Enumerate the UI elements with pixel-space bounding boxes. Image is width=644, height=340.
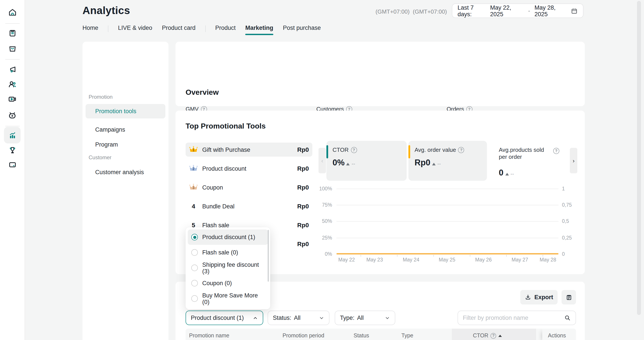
y-axis-right-label: 0,75 — [562, 202, 572, 208]
help-icon[interactable]: ? — [553, 148, 559, 154]
x-axis-label: May 23 — [362, 257, 388, 262]
promotion-search — [458, 310, 576, 325]
x-axis-label: May 26 — [470, 257, 496, 262]
analytics-icon-selected[interactable] — [4, 127, 20, 144]
date-range-picker[interactable]: Last 7 days: May 22, 2025 - May 28, 2025 — [452, 4, 584, 18]
x-axis-tick — [434, 255, 434, 257]
radio-icon — [191, 264, 198, 271]
report-clipboard-button[interactable] — [562, 290, 576, 304]
page-scrollbar[interactable] — [637, 1, 641, 315]
dropdown-option-coupon[interactable]: Coupon (0) — [188, 276, 268, 291]
tab-separator — [108, 26, 108, 32]
rewards-icon[interactable] — [8, 145, 17, 155]
tab-marketing[interactable]: Marketing — [245, 24, 273, 35]
promo-row-product-discount[interactable]: 2 Product discount Rp0 — [186, 162, 312, 176]
dropdown-option-shipping-fee-discount[interactable]: Shipping fee discount (3) — [188, 260, 268, 276]
overview-card: Overview GMV? Rp0-- Customers? 0-- Order… — [176, 42, 585, 106]
page-title: Analytics — [82, 4, 130, 17]
tab-product[interactable]: Product — [215, 24, 236, 35]
carousel-prev-button[interactable]: ‹ — [318, 148, 326, 173]
y-axis-left-label: 100% — [312, 186, 332, 191]
promo-type-dropdown: Product discount (1) Flash sale (0) Ship… — [186, 227, 270, 309]
marketing-icon[interactable] — [8, 64, 17, 74]
radio-icon — [191, 295, 198, 302]
avg-order-value-card[interactable]: Avg. order value? Rp0-- — [408, 141, 487, 181]
promo-row-coupon[interactable]: 3 Coupon Rp0 — [186, 180, 312, 194]
subnav-item-customer-analysis[interactable]: Customer analysis — [86, 165, 166, 180]
date-end: May 28, 2025 — [534, 4, 568, 17]
amber-accent-bar — [408, 145, 410, 158]
x-axis-tick — [506, 255, 507, 257]
tab-home[interactable]: Home — [82, 24, 98, 35]
col-actions: Actions — [548, 332, 566, 339]
tab-post-purchase[interactable]: Post purchase — [283, 24, 321, 35]
promo-row-gift-with-purchase[interactable]: 1 Gift with Purchase Rp0 — [186, 142, 312, 156]
chart-gridline — [336, 189, 558, 189]
chevron-down-icon — [319, 315, 324, 320]
col-promotion-name: Promotion name — [189, 332, 229, 339]
app-viewport: Analytics (GMT+07:00) (GMT+07:00) Last 7… — [0, 0, 644, 340]
affiliate-tv-icon[interactable] — [8, 110, 17, 120]
customers-icon[interactable] — [8, 80, 17, 89]
calendar-icon — [571, 7, 578, 14]
rank-3-crown-icon: 3 — [189, 184, 198, 191]
dropdown-scrollbar[interactable] — [268, 230, 269, 282]
timezone-label-2: (GMT+07:00) — [413, 8, 447, 15]
dropdown-option-product-discount[interactable]: Product discount (1) — [188, 230, 268, 245]
carousel-next-button[interactable]: › — [570, 148, 577, 173]
rail-divider — [5, 59, 20, 60]
col-ctor-sortable[interactable]: CTOR ? — [473, 332, 502, 339]
chevron-up-icon — [253, 315, 258, 320]
promo-row-bundle-deal[interactable]: 4 Bundle Deal Rp0 — [186, 199, 312, 213]
analytics-tabs: Home LIVE & video Product card Product M… — [82, 24, 321, 35]
export-button[interactable]: Export — [520, 290, 558, 304]
tab-product-card[interactable]: Product card — [162, 24, 196, 35]
shop-icon[interactable] — [8, 44, 17, 53]
date-range-label: Last 7 days: — [458, 4, 488, 17]
trend-up-icon — [505, 173, 509, 175]
x-axis-label: May 22 — [334, 257, 360, 262]
x-axis-tick — [470, 255, 470, 257]
search-icon[interactable] — [564, 314, 571, 321]
chart-gridline — [336, 238, 558, 238]
chart-gridline — [336, 221, 558, 222]
clipboard-icon — [565, 294, 572, 301]
rail-divider — [5, 126, 20, 126]
chevron-down-icon — [385, 315, 390, 320]
promotion-search-input[interactable] — [463, 314, 564, 321]
teal-accent-bar — [326, 145, 328, 158]
live-video-icon[interactable] — [8, 94, 17, 104]
radio-selected-icon — [191, 234, 198, 240]
promo-type-select[interactable]: Product discount (1) — [186, 310, 263, 325]
status-select[interactable]: Status:All — [268, 310, 330, 325]
subnav-item-promotion-tools[interactable]: Promotion tools — [86, 104, 166, 118]
date-start: May 22, 2025 — [490, 4, 524, 17]
radio-icon — [191, 280, 198, 286]
col-status: Status — [354, 332, 369, 339]
tab-live-video[interactable]: LIVE & video — [118, 24, 152, 35]
trend-up-icon — [346, 163, 350, 166]
x-axis-tick — [397, 255, 398, 257]
avg-products-sold-card[interactable]: Avg.products sold per order ? 0-- — [493, 141, 563, 181]
dropdown-option-buy-more-save-more[interactable]: Buy More Save More (0) — [188, 291, 268, 306]
type-select[interactable]: Type:All — [335, 310, 395, 325]
home-icon[interactable] — [8, 8, 17, 17]
rank-4: 4 — [189, 203, 198, 210]
overview-title: Overview — [186, 88, 219, 97]
ctor-metric-card[interactable]: CTOR? 0%-- — [326, 141, 407, 181]
col-type: Type — [402, 332, 413, 339]
y-axis-left-label: 0% — [312, 252, 332, 257]
orders-icon[interactable] — [8, 28, 17, 38]
help-icon[interactable]: ? — [351, 147, 357, 153]
dropdown-option-flash-sale[interactable]: Flash sale (0) — [188, 245, 268, 260]
x-axis-tick — [543, 255, 543, 257]
y-axis-left-label: 75% — [312, 202, 332, 208]
help-icon[interactable]: ? — [458, 147, 464, 153]
sort-ascending-icon — [498, 334, 502, 337]
trend-up-icon — [432, 163, 436, 166]
finance-icon[interactable] — [8, 160, 17, 169]
subnav-item-campaigns[interactable]: Campaigns — [86, 122, 166, 137]
subnav-item-program[interactable]: Program — [86, 137, 166, 152]
help-icon[interactable]: ? — [490, 333, 496, 338]
subnav-section-promotion: Promotion — [88, 94, 112, 100]
